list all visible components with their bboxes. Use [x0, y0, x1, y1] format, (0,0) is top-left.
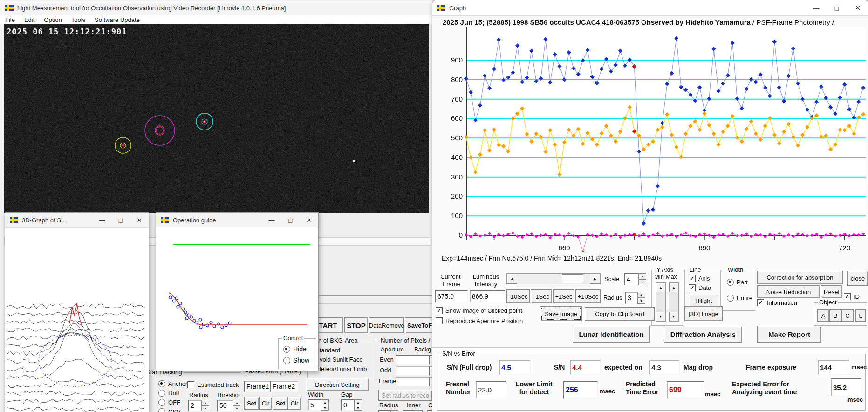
- plus10sec-button[interactable]: +10Sec: [575, 289, 601, 303]
- ymin-down-arrow[interactable]: ▼: [656, 312, 665, 321]
- close-button[interactable]: close: [847, 271, 868, 286]
- pixels-radius-spinner[interactable]: ▲▼: [390, 410, 398, 412]
- tracking-radius-spinner[interactable]: ▲▼: [201, 400, 209, 411]
- copy-clipboard-button[interactable]: Copy to ClipBoard: [585, 307, 655, 321]
- dataremove-button[interactable]: DataRemove: [369, 317, 404, 333]
- lower-limit-field[interactable]: 256: [563, 381, 598, 399]
- frame-aperture-field[interactable]: [396, 377, 429, 386]
- object-a-button[interactable]: A: [817, 309, 829, 322]
- guide-minimize-button[interactable]: —: [262, 213, 281, 227]
- odd-aperture-field[interactable]: [396, 366, 429, 376]
- stop-button[interactable]: STOP: [344, 317, 368, 333]
- ymax-spinner[interactable]: ▲ ▼: [669, 282, 679, 322]
- line-data-checkbox[interactable]: ✓Data: [689, 284, 711, 291]
- estimated-track-checkbox[interactable]: Estimated track: [187, 381, 239, 388]
- light-curve-chart[interactable]: 0100200300400500600700800900660690720: [432, 0, 868, 252]
- diffraction-analysis-button[interactable]: Diffraction Analysis: [664, 326, 742, 343]
- minus10sec-button[interactable]: -10Sec: [506, 289, 530, 303]
- guide-maximize-button[interactable]: ◻: [281, 213, 300, 227]
- svg-text:0: 0: [459, 231, 463, 239]
- reset-button[interactable]: Reset: [821, 285, 842, 298]
- object-c-button[interactable]: C: [841, 309, 854, 322]
- scroll-left-arrow[interactable]: ◀: [507, 274, 517, 284]
- show-image-checkbox[interactable]: ✓Show Image of Clicked point: [436, 307, 522, 314]
- minus1sec-button[interactable]: -1Sec: [531, 289, 552, 303]
- menu-edit[interactable]: Edit: [20, 15, 39, 24]
- gap-spinner[interactable]: ▲▼: [354, 399, 362, 411]
- ymin-spinner[interactable]: ▲ ▼: [656, 282, 666, 322]
- fresnel-field[interactable]: 22.0: [476, 381, 506, 398]
- frame1-field[interactable]: Frame1: [244, 381, 271, 392]
- correction-absorption-button[interactable]: Correction for absorption: [757, 271, 843, 284]
- save-image-button[interactable]: Save Image: [540, 306, 582, 321]
- width-entire-radio[interactable]: Entire: [727, 295, 752, 302]
- ymax-up-arrow[interactable]: ▲: [669, 283, 678, 292]
- set-radius-button[interactable]: Set radius to reco: [378, 390, 432, 401]
- clr2-button[interactable]: Clr: [288, 397, 301, 410]
- width-spinner[interactable]: ▲▼: [321, 399, 329, 411]
- id-checkbox[interactable]: ✓ID: [843, 293, 861, 300]
- threed-maximize-button[interactable]: ◻: [111, 213, 130, 227]
- object-l-button[interactable]: L: [855, 309, 866, 322]
- expected-field[interactable]: 4.3: [649, 360, 680, 375]
- menu-tools[interactable]: Tools: [67, 15, 90, 24]
- sn-full-field[interactable]: 4.5: [499, 360, 531, 375]
- sn-field[interactable]: 4.4: [570, 360, 601, 375]
- set2-button[interactable]: Set: [273, 397, 288, 410]
- scroll-right-arrow[interactable]: ▶: [590, 274, 600, 284]
- guide-close-button[interactable]: ✕: [300, 213, 318, 227]
- even-aperture-field[interactable]: [396, 355, 429, 365]
- threed-close-button[interactable]: ✕: [130, 213, 149, 227]
- tracking-drift-radio[interactable]: Drift: [158, 390, 179, 397]
- tracking-csv-radio[interactable]: CSV: [158, 408, 181, 412]
- tracking-threshold-input[interactable]: 50: [217, 400, 235, 411]
- guide-titlebar[interactable]: Operation guide — ◻ ✕: [156, 213, 318, 228]
- scale-input[interactable]: 4: [624, 273, 640, 285]
- tracking-off-radio[interactable]: OFF: [158, 399, 180, 406]
- clr1-button[interactable]: Clr: [259, 397, 272, 410]
- video-frame[interactable]: 2025 06 15 12:12:21:901: [4, 24, 429, 213]
- ymax-down-arrow[interactable]: ▼: [669, 312, 678, 321]
- lunar-identification-button[interactable]: Lunar Identification: [573, 326, 650, 343]
- threed-image-button[interactable]: [3D] Image: [684, 306, 723, 321]
- radius-spinner[interactable]: ▲▼: [637, 292, 645, 304]
- bkg-option-standard[interactable]: tandard: [320, 347, 340, 354]
- tracking-anchor-radio[interactable]: Anchor: [158, 380, 187, 387]
- direction-setting-button[interactable]: Direction Setting: [306, 378, 369, 391]
- luminous-field[interactable]: 866.9: [470, 290, 505, 302]
- sn-error-group: S/N vs Error S/N (Full drop) 4.5 S/N 4.4…: [437, 354, 866, 411]
- threed-minimize-button[interactable]: —: [93, 213, 111, 227]
- guide-hide-radio[interactable]: Hide: [283, 345, 307, 353]
- video-trackbar[interactable]: [303, 295, 434, 296]
- frame-exposure-field[interactable]: 144: [818, 360, 849, 375]
- predicted-field[interactable]: 699: [667, 381, 704, 399]
- section-divider: [432, 347, 868, 348]
- line-axis-checkbox[interactable]: ✓Axis: [689, 275, 710, 282]
- expected-error-field[interactable]: 35.2: [831, 378, 861, 396]
- hilight-button[interactable]: Hilight: [689, 295, 718, 307]
- menu-software-update[interactable]: Software Update: [90, 15, 144, 24]
- object-b-button[interactable]: B: [829, 309, 841, 322]
- information-checkbox[interactable]: ✓Information: [757, 299, 797, 306]
- noise-reduction-button[interactable]: Noise Reduction: [757, 285, 820, 298]
- menu-option[interactable]: Option: [39, 15, 66, 24]
- reproduce-aperture-checkbox[interactable]: Reproduce Aperture Position: [436, 317, 523, 324]
- make-report-button[interactable]: Make Report: [757, 326, 821, 343]
- ymin-up-arrow[interactable]: ▲: [656, 283, 665, 292]
- scale-spinner[interactable]: ▲▼: [638, 273, 646, 285]
- plus1sec-button[interactable]: +1Sec: [553, 289, 574, 303]
- guide-show-radio[interactable]: Show: [283, 357, 309, 364]
- threed-titlebar[interactable]: 3D-Graph of S... — ◻ ✕: [5, 213, 149, 228]
- frame-scrollbar[interactable]: ◀ ▶: [506, 273, 601, 284]
- frame2-field[interactable]: Frame2: [270, 381, 298, 392]
- current-frame-field[interactable]: 675.0: [435, 290, 468, 302]
- bkg-option-meteor[interactable]: leteor/Lunar Limb: [320, 365, 367, 372]
- set1-button[interactable]: Set: [244, 397, 259, 410]
- main-titlebar[interactable]: Light Measurement tool for Occultation O…: [0, 0, 439, 16]
- width-part-radio[interactable]: Part: [727, 279, 748, 286]
- bkg-option-sunlit[interactable]: void Sunlit Face: [320, 356, 363, 363]
- scroll-thumb[interactable]: [562, 274, 583, 283]
- pixels-inner-spinner[interactable]: ▲▼: [415, 410, 423, 412]
- menu-file[interactable]: File: [0, 15, 20, 24]
- scale-label: Scale: [604, 275, 620, 282]
